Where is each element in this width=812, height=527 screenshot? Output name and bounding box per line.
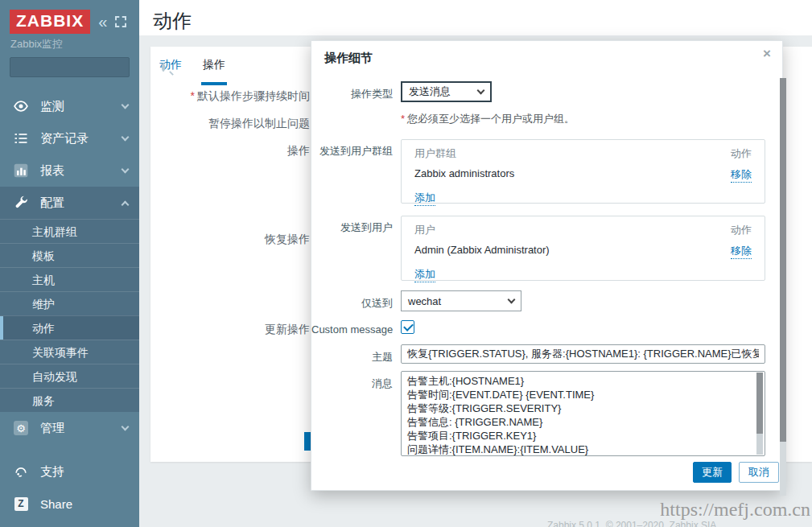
dialog-title: 操作细节 [324,51,373,66]
column-header-action: 动作 [731,146,752,161]
message-label: 消息 [316,377,393,391]
page-header [139,0,812,35]
column-header-user-group: 用户群组 [414,146,456,161]
tab-operations[interactable]: 操作 [201,50,227,85]
remove-user-link[interactable]: 移除 [731,244,752,259]
operation-type-select[interactable]: 发送消息 [401,81,492,102]
sidebar-item-label: 管理 [40,421,122,436]
operation-details-dialog: 操作细节 × 操作类型 发送消息 *您必须至少选择一个用户或用户组。 发送到用户… [311,40,783,491]
operation-type-label: 操作类型 [316,87,393,101]
send-to-user-groups-label: 发送到用户群组 [311,144,393,159]
textarea-scrollbar-thumb[interactable] [756,373,763,434]
users-table: 用户 动作 Admin (Zabbix Administrator) 移除 添加 [401,216,765,281]
user-groups-table: 用户群组 动作 Zabbix administrators 移除 添加 [401,139,765,204]
sidebar-item-administration[interactable]: ⚙ 管理 [0,412,139,444]
user-name: Admin (Zabbix Administrator) [414,244,550,259]
page-title: 动作 [153,8,192,34]
chevron-down-icon [122,423,130,431]
configuration-submenu: 主机群组 模板 主机 维护 动作 关联项事件 自动发现 服务 [0,219,139,412]
sidebar-item-templates[interactable]: 模板 [0,243,139,267]
sidebar: ZABBIX « Zabbix监控 监测 资产记录 报表 [0,0,139,527]
search-input[interactable] [10,58,162,76]
sidebar-search[interactable] [10,57,130,77]
chevron-down-icon [508,295,516,303]
message-textarea[interactable]: 告警主机:{HOSTNAME1} 告警时间:{EVENT.DATE} {EVEN… [401,371,765,456]
sidebar-item-share[interactable]: Z Share [0,488,139,520]
collapse-sidebar-icon[interactable]: « [98,14,107,30]
chevron-down-icon [122,166,130,174]
user-group-name: Zabbix administrators [414,167,514,183]
gear-icon: ⚙ [14,421,28,435]
add-user-group-link[interactable]: 添加 [414,191,435,206]
list-icon [13,130,29,146]
field-label-default-duration: *默认操作步骤持续时间 [191,89,310,104]
required-mark: * [191,89,195,102]
send-only-to-select[interactable]: wechat [401,290,521,311]
bar-chart-icon [13,163,29,179]
sidebar-item-services[interactable]: 服务 [0,388,139,412]
remove-user-group-link[interactable]: 移除 [731,167,752,183]
custom-message-checkbox[interactable] [401,320,414,334]
chevron-up-icon [122,200,130,208]
sidebar-item-hosts[interactable]: 主机 [0,267,139,291]
chevron-down-icon [122,134,130,142]
sidebar-item-label: 监测 [40,99,122,114]
zabbix-share-icon: Z [14,497,28,511]
operation-type-value: 发送消息 [409,84,451,99]
sidebar-item-configuration[interactable]: 配置 [0,187,139,219]
sidebar-item-event-correlation[interactable]: 关联项事件 [0,340,139,364]
sidebar-item-discovery[interactable]: 自动发现 [0,364,139,388]
search-icon [162,63,165,72]
sidebar-item-support[interactable]: 支持 [0,455,139,488]
custom-message-label: Custom message [311,323,393,336]
sidebar-item-label: 配置 [40,196,122,211]
table-row: Admin (Zabbix Administrator) 移除 [414,244,752,259]
field-label-pause-operations: 暂停操作以制止问题 [208,117,310,131]
required-mark: * [401,113,405,125]
eye-icon [13,98,29,114]
subject-label: 主题 [316,350,393,364]
cancel-button[interactable]: 取消 [739,462,779,483]
update-button[interactable]: 更新 [693,462,732,483]
sidebar-item-label: 报表 [40,163,122,179]
subject-input[interactable] [401,344,765,364]
fullscreen-icon[interactable] [115,16,126,27]
sidebar-item-reports[interactable]: 报表 [0,154,139,187]
sidebar-item-monitoring[interactable]: 监测 [0,90,139,122]
required-note: *您必须至少选择一个用户或用户组。 [401,112,575,126]
send-to-users-label: 发送到用户 [316,220,393,235]
watermark-url: https://mefj.com.cn [660,499,810,521]
sidebar-item-label: 支持 [40,464,128,480]
sidebar-item-label: 资产记录 [40,131,122,146]
wrench-icon [13,195,29,211]
close-icon[interactable]: × [763,46,771,62]
add-user-link[interactable]: 添加 [414,267,435,282]
field-label-operations: 操作 [287,144,310,159]
dialog-scrollbar-thumb[interactable] [780,78,786,442]
sidebar-item-maintenance[interactable]: 维护 [0,291,139,315]
sidebar-item-host-groups[interactable]: 主机群组 [0,219,139,243]
instance-subtitle: Zabbix监控 [10,37,63,51]
zabbix-logo[interactable]: ZABBIX [10,10,90,34]
column-header-action: 动作 [731,223,752,237]
chevron-down-icon [122,101,130,109]
table-row: Zabbix administrators 移除 [414,167,752,183]
background-update-button-edge [304,432,311,451]
send-only-to-label: 仅送到 [316,296,393,311]
sidebar-item-actions[interactable]: 动作 [0,315,139,340]
sidebar-item-label: Share [40,497,128,511]
sidebar-item-inventory[interactable]: 资产记录 [0,122,139,154]
tab-bar: 动作 操作 [158,50,227,85]
headset-icon [13,463,29,480]
field-label-update-operations: 更新操作 [265,323,310,337]
field-label-recovery-operations: 恢复操作 [265,233,310,247]
column-header-user: 用户 [414,223,435,237]
copyright-text: Zabbix 5.0.1. © 2001–2020, Zabbix SIA [547,520,716,527]
chevron-down-icon [477,86,485,94]
send-only-to-value: wechat [408,295,441,307]
